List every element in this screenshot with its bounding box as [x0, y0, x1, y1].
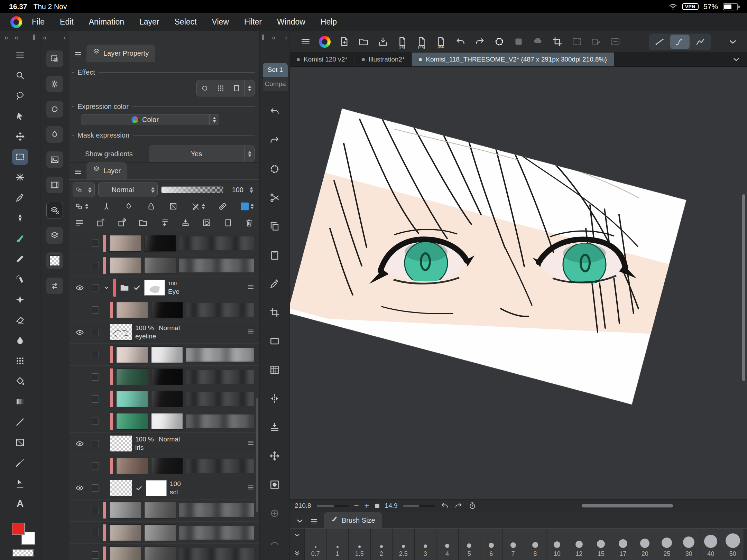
layer-row[interactable]: 100scl	[69, 477, 259, 499]
redo-button[interactable]	[470, 34, 489, 50]
correct-line-tool[interactable]	[12, 455, 28, 471]
figure-tool[interactable]	[12, 414, 28, 430]
brush-size-20[interactable]: 20	[634, 529, 656, 560]
brush-size-17[interactable]: 17	[612, 529, 634, 560]
droplet-subtool[interactable]	[46, 126, 63, 143]
brush-size-40[interactable]: 40	[700, 529, 722, 560]
select-pen-button[interactable]	[587, 34, 605, 50]
expression-stepper[interactable]	[209, 114, 219, 125]
frame-tool[interactable]	[12, 435, 28, 450]
main-menu-button[interactable]	[296, 34, 315, 50]
menu-edit[interactable]: Edit	[52, 15, 81, 29]
mesh-transform-button[interactable]	[269, 364, 280, 377]
undo-button[interactable]	[269, 106, 280, 119]
merge-layers-button[interactable]	[269, 422, 280, 434]
layer-row[interactable]	[69, 299, 259, 321]
panel-menu-icon[interactable]	[74, 50, 82, 58]
tab-layer-property[interactable]: Layer Property	[86, 45, 155, 62]
zoom-lens-button[interactable]	[269, 508, 280, 520]
snap-ruler-button[interactable]	[650, 35, 669, 49]
main-color-swatch[interactable]	[12, 523, 25, 535]
crop-button[interactable]	[269, 307, 280, 319]
brush-size-2.5[interactable]: 2.5	[393, 529, 415, 560]
gradients-stepper[interactable]	[245, 146, 254, 162]
object-tool[interactable]	[12, 108, 28, 124]
canvas-viewport[interactable]	[290, 67, 747, 499]
snap-special-button[interactable]	[691, 35, 710, 49]
brush-size-5[interactable]: 5	[459, 529, 481, 560]
new-raster-layer-button[interactable]	[96, 218, 105, 227]
reset-display-button[interactable]	[490, 34, 508, 50]
panel-menu-icon[interactable]	[310, 517, 318, 525]
clip-studio-logo-button[interactable]	[315, 34, 334, 50]
text-tool[interactable]: A	[12, 496, 28, 512]
selection-subtool[interactable]	[46, 50, 63, 67]
expression-color-dropdown[interactable]: Color	[81, 114, 219, 125]
menu-select[interactable]: Select	[167, 15, 204, 29]
document-tab[interactable]: Komisi 120 v2*	[290, 53, 355, 66]
menu-file[interactable]: File	[24, 15, 52, 29]
layer-checkbox[interactable]	[92, 507, 99, 514]
document-tab[interactable]: Komisi_118_THREESOME_V2* (487 x 291px 30…	[412, 53, 614, 66]
transparent-color-swatch[interactable]	[12, 549, 34, 557]
layer-mask-subtool[interactable]	[46, 202, 63, 218]
transparency-subtool[interactable]	[46, 252, 63, 269]
brush-size-6[interactable]: 6	[480, 529, 502, 560]
layer-visibility-toggle[interactable]	[72, 283, 87, 292]
move-tool[interactable]	[12, 129, 28, 144]
tab-compare[interactable]: Compa	[263, 77, 288, 91]
gradient-tool[interactable]	[12, 394, 28, 410]
decoration-tool[interactable]	[12, 292, 28, 308]
airbrush-tool[interactable]	[12, 271, 28, 287]
menu-help[interactable]: Help	[313, 15, 344, 29]
tab-layer[interactable]: Layer	[86, 162, 127, 179]
export-png-button[interactable]: png	[412, 34, 431, 50]
transfer-down-button[interactable]	[160, 218, 169, 227]
layer-menu-icon[interactable]	[247, 328, 257, 337]
brush-size-1[interactable]: 1	[327, 529, 349, 560]
blend-tool[interactable]	[12, 333, 28, 348]
layers-subtool[interactable]	[46, 227, 63, 244]
layer-checkbox[interactable]	[92, 484, 99, 492]
layer-row[interactable]: 100 %Normaleyeline	[69, 321, 259, 344]
layer-row[interactable]: 100 %Normaliris	[69, 433, 259, 455]
layer-mask-button[interactable]	[202, 218, 211, 227]
lock-alpha-button[interactable]	[169, 202, 178, 211]
lasso-tool[interactable]	[12, 88, 28, 104]
panel-divider-icon[interactable]: ‖	[261, 33, 265, 41]
layer-checkbox[interactable]	[92, 440, 99, 447]
folder-expand-icon[interactable]	[103, 284, 110, 291]
marquee-tool[interactable]	[12, 149, 28, 165]
cut-button[interactable]	[269, 192, 280, 205]
new-canvas-button[interactable]	[335, 34, 353, 50]
layer-row[interactable]	[69, 254, 259, 277]
app-logo-icon[interactable]	[10, 16, 22, 28]
snap-curve-button[interactable]	[670, 35, 690, 49]
expand-icon[interactable]	[293, 550, 301, 557]
copy-button[interactable]	[269, 221, 280, 233]
effect-stepper[interactable]	[245, 80, 254, 96]
tone-tool[interactable]	[12, 353, 28, 369]
combine-stepper[interactable]	[85, 183, 94, 197]
layer-checkbox[interactable]	[92, 418, 99, 425]
draft-layer-button[interactable]	[191, 202, 205, 211]
redo-button[interactable]	[269, 135, 280, 147]
layer-visibility-toggle[interactable]	[72, 328, 87, 337]
eraser-tool[interactable]	[12, 312, 28, 328]
tools-menu[interactable]	[12, 47, 28, 63]
paste-button[interactable]	[269, 250, 280, 262]
brush-size-0.7[interactable]: 0.7	[305, 529, 327, 560]
frame-border-button[interactable]	[269, 336, 280, 348]
blend-blob-button[interactable]	[528, 34, 547, 50]
layer-checkbox[interactable]	[92, 329, 99, 336]
layer-checkbox[interactable]	[92, 373, 99, 381]
panel-collapse-icon[interactable]: ‹	[64, 33, 66, 41]
clip-to-layer-button[interactable]	[102, 202, 111, 211]
image-subtool[interactable]	[46, 151, 63, 168]
layer-row[interactable]: 100Eye	[69, 277, 259, 299]
open-file-button[interactable]	[354, 34, 373, 50]
show-gradients-dropdown[interactable]: Yes	[149, 146, 255, 162]
tone-effect-icon[interactable]	[213, 80, 229, 96]
layer-row[interactable]	[69, 366, 259, 388]
operation-tool[interactable]	[12, 475, 28, 491]
